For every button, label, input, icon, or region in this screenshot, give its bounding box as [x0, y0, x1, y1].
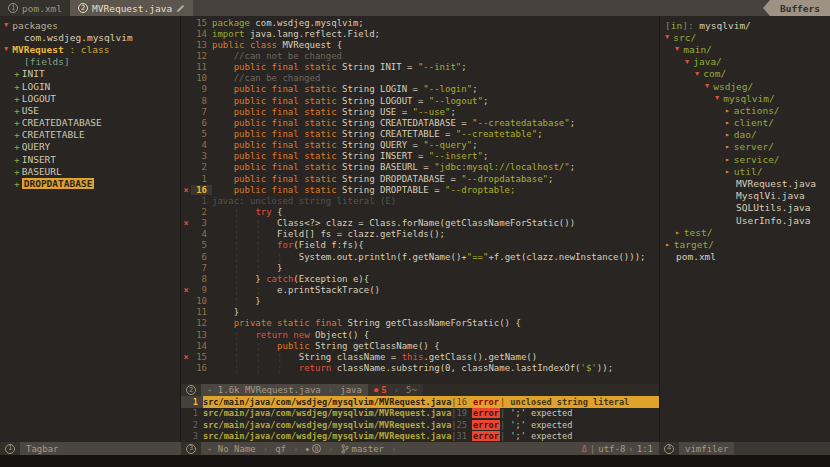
- code-line[interactable]: 10 ¦ }: [181, 296, 659, 307]
- tree-item[interactable]: UserInfo.java: [660, 214, 830, 226]
- code-text: ¦ ¦ Field[] fs = clazz.getFields();: [212, 229, 445, 239]
- tagbar-item[interactable]: +CREATETABLE: [0, 129, 180, 141]
- code-line[interactable]: 12 private static final String getClassN…: [181, 318, 659, 329]
- tagbar-item[interactable]: [fields]: [0, 56, 180, 68]
- tree-item[interactable]: ▸service/: [660, 153, 830, 165]
- tree-item[interactable]: ▼src/: [660, 31, 830, 43]
- code-line[interactable]: ×3 ¦ ¦ Class<?> clazz = Class.forName(ge…: [181, 218, 659, 229]
- code-line[interactable]: 4 public final static String QUERY = "--…: [181, 140, 659, 151]
- tagbar-item[interactable]: ▼MVRequest : class: [0, 43, 180, 55]
- code-line[interactable]: 11 public final static String INIT = "--…: [181, 62, 659, 73]
- code-line[interactable]: 6 public final static String CREATEDATAB…: [181, 117, 659, 128]
- code-line[interactable]: 1 public final static String DROPDATABAS…: [181, 173, 659, 184]
- code-line[interactable]: ×15 ¦ ¦ ¦ String className = this.getCla…: [181, 351, 659, 362]
- tagbar-item[interactable]: +LOGIN: [0, 80, 180, 92]
- tagbar-item[interactable]: com.wsdjeg.mysqlvim: [0, 31, 180, 43]
- code-line[interactable]: 10 //can be changed: [181, 73, 659, 84]
- tagbar-item[interactable]: +INSERT: [0, 153, 180, 165]
- code-line[interactable]: 13public class MVRequest {: [181, 39, 659, 50]
- code-line[interactable]: 9 public final static String LOGIN = "--…: [181, 84, 659, 95]
- tree-item[interactable]: ▸server/: [660, 141, 830, 153]
- code-line[interactable]: 5 ¦ ¦ for(Field f:fs){: [181, 240, 659, 251]
- code-line[interactable]: 4 ¦ ¦ Field[] fs = clazz.getFields();: [181, 229, 659, 240]
- scroll-position: 5~: [400, 384, 423, 396]
- code-line[interactable]: 15package com.wsdjeg.mysqlvim;: [181, 17, 659, 28]
- line-number: 13: [191, 330, 212, 340]
- code-line[interactable]: ×16 public final static String DROPTABLE…: [181, 184, 659, 195]
- quickfix-row[interactable]: 3src/main/java/com/wsdjeg/mysqlvim/MVReq…: [181, 431, 659, 443]
- diagnostic-virtual-line[interactable]: 1javac: unclosed string literal (E): [181, 195, 659, 206]
- command-line[interactable]: [0, 455, 830, 467]
- code-line[interactable]: 14import java.lang.reflect.Field;: [181, 28, 659, 39]
- tagbar-item[interactable]: +USE: [0, 104, 180, 116]
- code-line[interactable]: 8 public final static String LOGOUT = "-…: [181, 95, 659, 106]
- code-line[interactable]: 5 public final static String CREATETABLE…: [181, 128, 659, 139]
- code-token: ;: [570, 118, 575, 128]
- code-line[interactable]: 6 ¦ ¦ ¦ System.out.println(f.getName()+"…: [181, 251, 659, 262]
- code-token: public: [277, 341, 315, 351]
- code-line[interactable]: ×9 ¦ ¦ e.printStackTrace(): [181, 284, 659, 295]
- code-line[interactable]: 12 //can not be changed: [181, 50, 659, 61]
- tagbar-item[interactable]: +CREATEDATABASE: [0, 117, 180, 129]
- tree-item[interactable]: ▸client/: [660, 117, 830, 129]
- code-token: [212, 174, 234, 184]
- tree-item[interactable]: SQLUtils.java: [660, 202, 830, 214]
- quickfix-row[interactable]: 1src/main/java/com/wsdjeg/mysqlvim/MVReq…: [181, 396, 659, 408]
- line-number: 4: [191, 229, 212, 239]
- tree-item[interactable]: ▼mysqlvim/: [660, 92, 830, 104]
- tagbar-item[interactable]: ▼packages: [0, 19, 180, 31]
- quickfix-row[interactable]: 2src/main/java/com/wsdjeg/mysqlvim/MVReq…: [181, 419, 659, 431]
- tagbar-text: +: [14, 81, 20, 92]
- tagbar-item[interactable]: +QUERY: [0, 141, 180, 153]
- code-token: [239, 252, 255, 262]
- code-line[interactable]: 14 ¦ ¦ public String getClassName() {: [181, 340, 659, 351]
- buffers-label: Buffers: [770, 0, 830, 16]
- code-line[interactable]: 2 public final static String BASEURL = "…: [181, 162, 659, 173]
- statusline-fill: [734, 442, 830, 455]
- git-branch-segment[interactable]: master: [335, 442, 391, 455]
- tagbar-item[interactable]: +INIT: [0, 68, 180, 80]
- tree-item[interactable]: MVRequest.java: [660, 177, 830, 189]
- tree-item[interactable]: ▸dao/: [660, 129, 830, 141]
- code-token: +f.get(clazz.newInstance()));: [488, 252, 645, 262]
- tree-item[interactable]: ▸util/: [660, 165, 830, 177]
- error-sign-icon: ×: [181, 185, 191, 195]
- code-line[interactable]: 3 public final static String INSERT = "-…: [181, 151, 659, 162]
- tree-item[interactable]: MysqlVi.java: [660, 190, 830, 202]
- code-text: package com.wsdjeg.mysqlvim;: [212, 18, 364, 28]
- code-line[interactable]: 11 }: [181, 307, 659, 318]
- code-line[interactable]: 7 ¦ ¦ }: [181, 262, 659, 273]
- code-token: '$': [581, 363, 597, 373]
- code-text: ¦ ¦ ¦ return className.substring(0, clas…: [212, 363, 613, 373]
- code-line[interactable]: 8 ¦ } catch(Exception e){: [181, 273, 659, 284]
- line-number: 1: [191, 196, 212, 206]
- fold-closed-icon: ▸: [725, 118, 730, 127]
- tab-pom-xml[interactable]: 1 pom.xml: [0, 0, 70, 16]
- tree-item[interactable]: pom.xml: [660, 251, 830, 263]
- tree-item[interactable]: ▼wsdjeg/: [660, 80, 830, 92]
- error-count-segment[interactable]: ● 5: [368, 384, 393, 396]
- tagbar-item[interactable]: +LOGOUT: [0, 92, 180, 104]
- tree-item[interactable]: ▸actions/: [660, 104, 830, 116]
- tree-item[interactable]: ▸test/: [660, 226, 830, 238]
- code-line[interactable]: 16 ¦ ¦ ¦ return className.substring(0, c…: [181, 362, 659, 373]
- quickfix-entry: src/main/java/com/wsdjeg/mysqlvim/MVRequ…: [203, 431, 659, 443]
- tagbar-statusline: 1 Tagbar: [0, 442, 181, 455]
- code-text: ¦ ¦ e.printStackTrace(): [212, 285, 380, 295]
- tree-item[interactable]: ▸target/: [660, 238, 830, 250]
- tree-item[interactable]: ▼java/: [660, 56, 830, 68]
- tree-item[interactable]: ▼main/: [660, 43, 830, 55]
- code-token: public final static: [234, 118, 342, 128]
- tree-item[interactable]: ▼com/: [660, 68, 830, 80]
- tagbar-item[interactable]: +DROPDATABASE: [0, 177, 180, 189]
- filetype-segment: qf: [269, 442, 292, 455]
- line-number: 8: [191, 274, 212, 284]
- code-line[interactable]: 7 public final static String USE = "--us…: [181, 106, 659, 117]
- tagbar-item[interactable]: +BASEURL: [0, 165, 180, 177]
- line-number: 16: [191, 363, 212, 373]
- tagbar-text: +: [14, 154, 20, 165]
- quickfix-row[interactable]: 1src/main/java/com/wsdjeg/mysqlvim/MVReq…: [181, 408, 659, 420]
- tab-mvrequest-java[interactable]: 2 MVRequest.java: [70, 0, 193, 16]
- code-line[interactable]: 13 ¦ return new Object() {: [181, 329, 659, 340]
- code-line[interactable]: 2 ¦ try {: [181, 206, 659, 217]
